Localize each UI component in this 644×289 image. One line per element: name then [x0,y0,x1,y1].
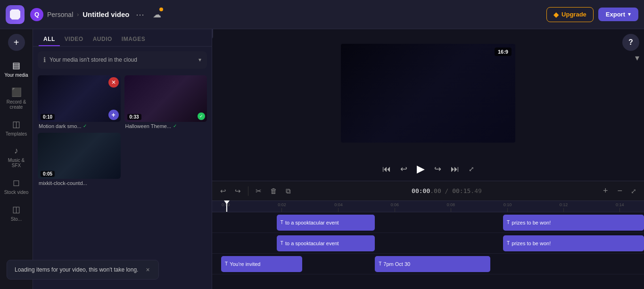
sidebar-item-stock-images[interactable]: ◫ Sto... [2,201,31,225]
help-button[interactable]: ? [622,34,639,51]
clip-label: to a spooktacular event [285,241,339,246]
toast-message: Loading items for your video, this won't… [15,266,138,273]
clip-label: 7pm Oct 30 [383,261,410,267]
undo-button[interactable]: ↩ [217,185,230,198]
ruler-mark: 0:14 [616,202,624,212]
tab-all[interactable]: ALL [39,33,60,46]
total-ms: .49 [471,187,481,194]
sidebar-item-your-media[interactable]: ▤ Your media [2,56,31,81]
rewind-button[interactable]: ↩ [398,162,409,176]
media-delete-button[interactable]: ✕ [108,77,119,88]
media-item-name: Motion dark smo... [39,123,81,129]
header-actions: ◆ Upgrade Export ▾ [546,7,638,22]
sidebar-item-templates[interactable]: ◫ Templates [2,115,31,140]
media-item-wrapper: 0:10 ✕ + Motion dark smo... ✓ [38,75,121,129]
clip-label: to a spooktacular event [285,220,339,225]
play-button[interactable]: ▶ [415,161,427,177]
export-button[interactable]: Export ▾ [598,8,638,21]
video-preview-container: 16:9 ? ▾ [212,29,644,157]
media-item[interactable]: 0:33 ✓ [124,75,207,122]
preview-area: ‹ 16:9 ? ▾ ⏮ ↩ ▶ ↪ ⏭ ⤢ [212,29,644,181]
playhead[interactable] [226,201,227,212]
templates-icon: ◫ [12,119,20,129]
media-item-wrapper: 0:33 ✓ Halloween Theme... ✓ [124,75,207,129]
track-row: T You're invited T 7pm Oct 30 [212,254,644,274]
upgrade-button[interactable]: ◆ Upgrade [546,7,594,22]
cloud-notice-banner[interactable]: ℹ Your media isn't stored in the cloud ▾ [38,51,207,69]
loading-toast: Loading items for your video, this won't… [7,260,159,280]
text-clip-icon: T [281,241,283,246]
media-item-label: Motion dark smo... ✓ [38,122,121,129]
go-to-end-button[interactable]: ⏭ [449,162,461,176]
export-label: Export [606,11,625,18]
sidebar-item-stock-video[interactable]: ◻ Stock video [2,174,31,199]
ruler-mark: 0:10 [504,202,512,212]
stock-video-icon: ◻ [13,177,20,188]
zoom-in-button[interactable]: + [599,184,612,198]
sidebar-item-record-create[interactable]: ⬛ Record & create [2,83,31,113]
zoom-out-button[interactable]: − [613,184,626,198]
current-ms: .00 [430,187,441,194]
media-item-label: mixkit-clock-countd... [38,179,121,186]
go-to-start-button[interactable]: ⏮ [380,162,393,176]
cloud-status-button[interactable]: ☁ [151,8,163,22]
media-item-wrapper: 0:05 mixkit-clock-countd... [38,133,121,186]
media-item-name: mixkit-clock-countd... [39,180,87,186]
sidebar: + ▤ Your media ⬛ Record & create ◫ Templ… [0,29,33,289]
track-row: T to a spooktacular event T prizes to be… [212,233,644,254]
cloud-notice-icon: ℹ [43,56,46,64]
clip[interactable]: T to a spooktacular event [277,215,375,231]
playback-controls: ⏮ ↩ ▶ ↪ ⏭ ⤢ [212,157,644,181]
tab-images[interactable]: IMAGES [117,33,150,46]
tab-audio[interactable]: AUDIO [88,33,117,46]
sidebar-item-label: Your media [4,72,28,78]
total-time: 00:15 [452,187,471,194]
text-clip-icon: T [281,220,283,225]
collapse-panel-button[interactable]: ‹ [212,29,213,39]
main-content: + ▤ Your media ⬛ Record & create ◫ Templ… [0,29,644,289]
upgrade-icon: ◆ [553,11,559,18]
media-item-name: Halloween Theme... [125,123,172,129]
redo-button[interactable]: ↪ [231,185,244,198]
clip[interactable]: T prizes to be won! [503,215,644,231]
tab-video[interactable]: VIDEO [60,33,88,46]
copy-button[interactable]: ⧉ [282,185,294,198]
media-checked-badge: ✓ [198,112,205,120]
playhead-triangle [224,201,230,204]
breadcrumb-chevron-icon: › [77,11,79,18]
media-panel: ALL VIDEO AUDIO IMAGES ℹ Your media isn'… [33,29,212,289]
cut-button[interactable]: ✂ [252,185,265,198]
ruler-mark: 0:06 [390,202,399,212]
clip[interactable]: T You're invited [221,256,302,272]
cloud-off-icon: ☁ [153,10,161,19]
toast-close-button[interactable]: × [145,266,150,273]
clip-label: You're invited [230,261,260,267]
clip[interactable]: T to a spooktacular event [277,235,375,251]
playback-time: 00:00.00 / 00:15.49 [296,187,597,194]
delete-button[interactable]: 🗑 [267,185,281,197]
clip[interactable]: T prizes to be won! [503,235,644,251]
timeline-section: ↩ ↪ ✂ 🗑 ⧉ 00:00.00 / 00:15.49 + − ⤢ [212,181,644,289]
add-media-button[interactable]: + [8,34,25,51]
media-add-button[interactable]: + [108,110,119,120]
export-chevron-icon: ▾ [628,11,631,17]
toolbar-divider [248,186,248,196]
media-item[interactable]: 0:05 [38,133,121,179]
expand-timeline-button[interactable]: ⤢ [628,185,639,197]
panel-toggle-button[interactable]: ▾ [635,53,639,63]
cloud-notice-chevron-icon: ▾ [198,56,201,63]
cloud-badge [159,8,163,11]
sidebar-item-music-sfx[interactable]: ♪ Music & SFX [2,142,31,172]
fast-forward-button[interactable]: ↪ [432,162,443,176]
text-clip-icon: T [507,220,510,225]
track-content: T You're invited T 7pm Oct 30 [217,256,644,272]
clip[interactable]: T 7pm Oct 30 [375,256,490,272]
more-options-button[interactable]: ⋯ [133,8,147,21]
fullscreen-button[interactable]: ⤢ [467,163,476,175]
sidebar-item-label: Music & SFX [4,158,29,168]
media-item[interactable]: 0:10 ✕ + [38,75,121,122]
ruler-mark: 0:08 [447,202,455,212]
sidebar-item-label: Sto... [11,217,22,222]
ruler-mark: 0:04 [334,202,343,212]
media-check-icon: ✓ [173,123,177,128]
